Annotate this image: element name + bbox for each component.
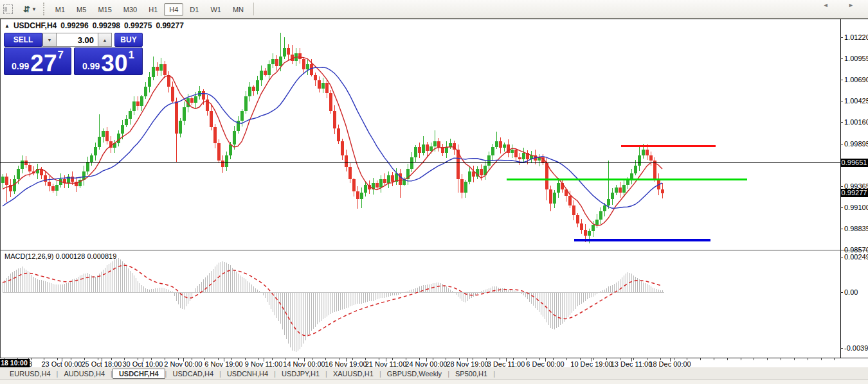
volume-increase-button[interactable]: ▲ [98,33,112,47]
price-tick-mark [840,80,843,80]
buy-price-big: 30 [101,53,127,74]
timeframe-button-m30[interactable]: M30 [118,3,142,16]
timeframe-button-d1[interactable]: D1 [185,3,204,16]
sell-price-sup: 7 [57,49,63,62]
timeframe-buttons: M1M5M15M30H1H4D1W1MN [50,3,249,15]
buy-price-sup: 1 [128,49,134,62]
chart-window: ▲ USDCHF,H4 0.99296 0.99298 0.99275 0.99… [0,19,868,367]
bottom-strip [0,380,868,384]
toolbar-separator [253,3,254,15]
timeframe-button-w1[interactable]: W1 [205,3,226,16]
price-tick-mark [840,186,843,187]
ohlc-close: 0.99277 [156,21,183,30]
price-tick-mark [840,37,843,38]
macd-tick-mark [840,257,843,257]
buy-price-box[interactable]: 0.99 30 1 [74,48,143,75]
time-tick-minor [794,358,795,360]
price-level-badge: 0.99651 [840,159,868,167]
time-tick-minor [566,358,567,360]
chart-shift-icon[interactable] [3,4,13,14]
macd-tick-mark [840,292,843,293]
price-tick-label: 1.01220 [844,33,868,41]
price-tick-label: 0.99100 [844,204,868,211]
one-click-trade-panel: SELL ▼ 3.00 ▲ BUY 0.99 27 7 0.99 30 1 [4,33,143,75]
macd-histogram [3,258,663,352]
dropdown-caret-icon[interactable]: ▼ [32,6,37,12]
price-tick-mark [840,144,843,144]
macd-indicator-label: MACD(12,26,9) 0.000128 0.000819 [5,252,116,260]
chart-tab-usdcad-h4[interactable]: USDCAD,H4 [167,369,219,379]
volume-input[interactable]: 3.00 [57,33,98,47]
timeframe-button-mn[interactable]: MN [228,3,249,16]
time-tick-minor [700,358,701,360]
symbol-name: USDCHF,H4 [14,21,57,30]
price-tick-mark [840,58,843,59]
chart-tab-gbpusd-weekly[interactable]: GBPUSD,Weekly [381,369,448,379]
macd-tick-label: 0.00 [844,288,858,296]
sell-price-big: 27 [30,53,57,74]
tab-scroll-arrows[interactable]: ◄ ► [823,2,863,8]
price-tick-label: 1.00425 [844,97,868,105]
sell-button[interactable]: SELL [4,33,42,47]
sell-price-box[interactable]: 0.99 27 7 [4,48,71,75]
chart-tab-usdjpy-h1[interactable]: USDJPY,H1 [276,369,325,379]
price-tick-mark [840,229,843,229]
macd-tick-label: 0.002492 [844,253,868,261]
chart-tab-bar: EURUSD,H4|AUDUSD,H4|USDCHF,H4|USDCAD,H4|… [0,367,868,380]
chart-tab-xauusd-h1[interactable]: XAUUSD,H1 [327,369,379,379]
timeframe-button-h1[interactable]: H1 [143,3,163,16]
price-tick-label: 1.00955 [844,55,868,62]
symbol-header: ▲ USDCHF,H4 0.99296 0.99298 0.99275 0.99… [5,21,184,30]
macd-tick-label: -0.003913 [844,344,868,352]
price-tick-mark [840,122,843,123]
price-tick-label: 1.00690 [844,76,868,83]
time-tick-minor [781,358,781,360]
sell-price-small: 0.99 [12,61,29,71]
buy-button[interactable]: BUY [114,33,143,47]
one-click-trading-icon[interactable]: ⇵ [23,4,30,14]
ohlc-high: 0.99298 [93,21,120,30]
ohlc-open: 0.99296 [60,21,88,30]
price-tick-mark [840,250,843,250]
toolbar-grip[interactable] [43,3,44,15]
time-tick-minor [821,358,822,360]
chart-tab-audusd-h4[interactable]: AUDUSD,H4 [58,369,111,379]
price-level-badge: 0.99277 [840,189,868,197]
time-highlight-badge: 18 10:00 [0,359,30,367]
time-tick-minor [767,358,768,360]
chart-tab-eurusd-h4[interactable]: EURUSD,H4 [4,369,57,379]
price-tick-mark [840,207,843,208]
chart-tab-usdcnh-h4[interactable]: USDCNH,H4 [221,369,274,379]
price-tick-label: 0.99895 [844,140,868,148]
price-tick-label: 0.98835 [844,225,868,232]
volume-decrease-button[interactable]: ▼ [42,33,57,47]
time-tick-minor [754,358,754,360]
timeframe-button-m15[interactable]: M15 [93,3,116,16]
time-tick-minor [714,358,714,360]
tab-separator: | [493,370,495,378]
macd-tick-mark [840,348,843,349]
ohlc-low: 0.99275 [124,21,152,30]
toolbar: ⇵ ▼ M1M5M15M30H1H4D1W1MN [0,0,868,19]
mt4-window: ⇵ ▼ M1M5M15M30H1H4D1W1MN ▲ USDCHF,H4 0.9… [0,0,868,384]
price-tick-label: 1.00160 [844,118,868,126]
time-tick-minor [727,358,728,360]
buy-price-small: 0.99 [82,61,100,71]
timeframe-button-h4[interactable]: H4 [164,3,183,16]
ma-fast-line [3,57,662,225]
time-tick-minor [834,358,835,360]
time-tick-minor [741,358,741,360]
time-tick-minor [808,358,808,360]
price-tick-mark [840,101,843,101]
timeframe-button-m1[interactable]: M1 [50,3,70,16]
chart-tab-usdchf-h4[interactable]: USDCHF,H4 [113,369,165,379]
chart-tab-sp500-h1[interactable]: SP500,H1 [449,369,493,379]
collapse-arrow-icon[interactable]: ▲ [5,23,10,29]
timeframe-button-m5[interactable]: M5 [71,3,91,16]
